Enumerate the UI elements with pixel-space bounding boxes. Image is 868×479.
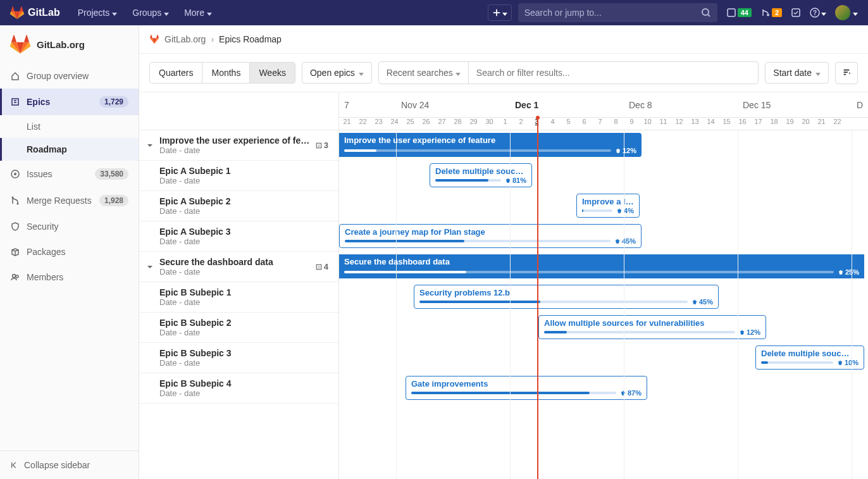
sort-direction-button[interactable] <box>835 62 858 84</box>
start-date-dropdown[interactable]: Start date <box>765 62 829 84</box>
top-navigation: GitLab Projects Groups More 44 2 ? <box>0 0 868 25</box>
issues-icon <box>726 8 736 18</box>
sidebar-item-issues[interactable]: Issues33,580 <box>0 161 139 187</box>
weight-icon <box>837 359 843 366</box>
sidebar-item-label: Epics <box>27 97 50 107</box>
epic-title: Epic A Subepic 2 <box>159 196 328 206</box>
breadcrumb-group[interactable]: GitLab.org <box>164 34 206 44</box>
bar-title: Gate improvements <box>411 379 642 389</box>
timescale-quarters[interactable]: Quarters <box>150 63 202 83</box>
epic-row[interactable]: Epic A Subepic 2Date - date <box>139 191 338 221</box>
svg-rect-12 <box>316 264 321 270</box>
nav-projects[interactable]: Projects <box>71 4 124 22</box>
epic-bar[interactable]: Improve the user experience of feature 1… <box>339 133 642 157</box>
sidebar-item-members[interactable]: Members <box>0 264 139 290</box>
epic-bar[interactable]: Gate improvements 87% <box>406 376 647 400</box>
sidebar-sub-roadmap[interactable]: Roadmap <box>0 138 139 161</box>
sidebar-item-epics[interactable]: Epics1,729 <box>0 89 139 115</box>
nav-groups[interactable]: Groups <box>126 4 175 22</box>
epic-bar[interactable]: Security problems 12.b 45% <box>414 285 719 309</box>
sidebar-item-group-overview[interactable]: Group overview <box>0 63 139 89</box>
collapse-icon <box>10 461 19 470</box>
timeline-area[interactable]: 7Nov 24Dec 1Dec 8Dec 15D 212223242526272… <box>339 92 868 479</box>
search-input[interactable] <box>524 8 701 18</box>
todos-shortcut[interactable] <box>791 8 801 18</box>
collapse-sidebar-button[interactable]: Collapse sidebar <box>0 451 139 479</box>
user-menu[interactable] <box>835 5 858 20</box>
day-cell: 2 <box>513 118 529 130</box>
todo-icon <box>791 8 801 18</box>
epic-row[interactable]: Epic B Subepic 1Date - date <box>139 282 338 313</box>
epic-row[interactable]: Epic B Subepic 3Date - date <box>139 343 338 373</box>
subepic-count: 4 <box>315 262 328 271</box>
epic-bar[interactable]: Delete multiple souc… 81% <box>430 163 532 187</box>
track-row: Delete multiple souc… 10% <box>339 343 868 373</box>
epic-bar[interactable]: Allow multiple sources for vulnerabiliti… <box>538 315 766 339</box>
sidebar-item-packages[interactable]: Packages <box>0 239 139 264</box>
epic-bar[interactable]: Secure the dashboard data 25% <box>339 254 864 278</box>
badge-orange: 2 <box>772 8 782 17</box>
day-cell: 22 <box>829 118 845 130</box>
timescale-months[interactable]: Months <box>202 63 250 83</box>
progress-bar <box>761 361 833 364</box>
epic-title: Epic B Subepic 3 <box>159 348 328 358</box>
track-row: Improve a l… 4% <box>339 191 868 221</box>
merge-requests-shortcut[interactable]: 2 <box>760 8 782 18</box>
svg-point-6 <box>14 173 16 175</box>
new-menu-button[interactable] <box>488 4 512 21</box>
issues-shortcut[interactable]: 44 <box>726 8 752 18</box>
timescale-weeks[interactable]: Weeks <box>250 63 295 83</box>
help-menu[interactable]: ? <box>810 8 826 18</box>
epic-icon <box>315 142 323 149</box>
epic-bar[interactable]: Improve a l… 4% <box>576 194 640 218</box>
day-cell: 26 <box>418 118 434 130</box>
sidebar-item-label: Packages <box>27 247 65 257</box>
day-cell: 16 <box>735 118 750 130</box>
week-label: 7 <box>339 100 349 110</box>
chevron-down-icon[interactable] <box>147 140 157 151</box>
sidebar: GitLab.org Group overviewEpics1,729ListR… <box>0 25 139 479</box>
epic-bar[interactable]: Delete multiple souc… 10% <box>755 345 864 370</box>
progress-bar <box>582 209 612 212</box>
day-cell: 4 <box>545 118 561 130</box>
sidebar-item-security[interactable]: Security <box>0 214 139 239</box>
global-search[interactable] <box>518 3 717 22</box>
recent-searches-dropdown[interactable]: Recent searches <box>379 62 469 84</box>
filter-input[interactable] <box>469 68 758 78</box>
epic-date: Date - date <box>159 176 328 185</box>
svg-point-0 <box>702 9 709 15</box>
avatar <box>835 5 850 20</box>
svg-point-8 <box>17 203 19 205</box>
project-header[interactable]: GitLab.org <box>0 25 139 63</box>
svg-text:?: ? <box>813 9 817 16</box>
day-cell: 18 <box>766 118 782 130</box>
sidebar-sub-list[interactable]: List <box>0 115 139 138</box>
epic-title: Epic A Subepic 1 <box>159 166 328 176</box>
epic-row[interactable]: Epic B Subepic 2Date - date <box>139 313 338 343</box>
chevron-down-icon[interactable] <box>147 262 157 272</box>
epic-list-column: Improve the user experience of fe…Date -… <box>139 92 339 479</box>
epic-row[interactable]: Epic B Subepic 4Date - date <box>139 373 338 404</box>
track-row: Gate improvements 87% <box>339 373 868 404</box>
day-cell: 21 <box>814 118 829 130</box>
open-epics-dropdown[interactable]: Open epics <box>302 62 372 84</box>
sidebar-item-merge-requests[interactable]: Merge Requests1,928 <box>0 187 139 214</box>
search-icon <box>701 8 711 18</box>
nav-more[interactable]: More <box>178 4 218 22</box>
bar-title: Allow multiple sources for vulnerabiliti… <box>544 318 760 328</box>
svg-point-9 <box>13 275 16 278</box>
day-cell: 21 <box>339 118 355 130</box>
epic-title: Improve the user experience of fe… <box>159 135 315 146</box>
epic-row[interactable]: Secure the dashboard dataDate - date 4 <box>139 252 338 282</box>
day-cell: 14 <box>703 118 719 130</box>
epic-row[interactable]: Epic A Subepic 3Date - date <box>139 221 338 252</box>
day-cell: 29 <box>466 118 481 130</box>
tanuki-icon <box>149 34 159 44</box>
breadcrumb-separator: › <box>211 34 214 44</box>
epic-bar[interactable]: Create a journey map for Plan stage 45% <box>339 224 642 248</box>
epic-row[interactable]: Improve the user experience of fe…Date -… <box>139 130 338 161</box>
gitlab-logo[interactable]: GitLab <box>10 6 60 20</box>
epic-date: Date - date <box>159 206 328 216</box>
epic-row[interactable]: Epic A Subepic 1Date - date <box>139 161 338 191</box>
toolbar: QuartersMonthsWeeks Open epics Recent se… <box>139 54 868 92</box>
